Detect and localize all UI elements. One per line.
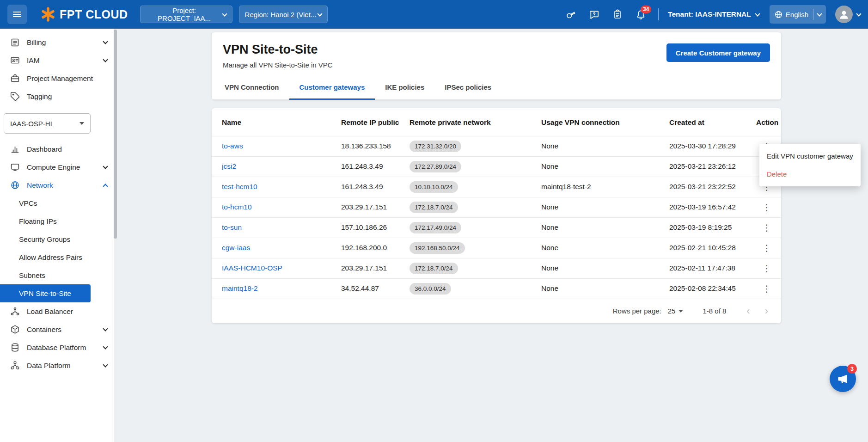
sidebar-item-tagging[interactable]: Tagging <box>0 87 117 105</box>
column-header-remote-ip: Remote IP public <box>337 109 406 136</box>
sidebar-item-network[interactable]: Network <box>0 176 117 194</box>
sidebar-item-project-management[interactable]: Project Management <box>0 69 117 87</box>
tab-vpn-connection[interactable]: VPN Connection <box>214 75 289 99</box>
sidebar-item-label: Floating IPs <box>19 217 57 226</box>
column-header-usage: Usage VPN connection <box>538 109 666 136</box>
sidebar-item-vpn-site-to-site[interactable]: VPN Site-to-Site <box>0 284 91 302</box>
fpt-logo-mark-icon <box>41 7 55 22</box>
chevron-down-icon <box>817 11 822 16</box>
column-header-remote-network: Remote private network <box>406 109 538 136</box>
created-at-cell: 2025-03-21 23:26:12 <box>666 156 752 177</box>
created-at-cell: 2025-02-08 22:34:45 <box>666 278 752 299</box>
usage-vpn-cell: None <box>538 278 666 299</box>
project-selector-label: Project: PROJECT_IAA... <box>146 6 223 22</box>
row-actions-kebab-button[interactable]: ⋮ <box>758 202 776 213</box>
notifications-button[interactable]: 34 <box>636 9 646 20</box>
rows-per-page-label: Rows per page: <box>613 307 661 315</box>
sidebar-item-vpcs[interactable]: VPCs <box>0 194 117 212</box>
tab-customer-gateways[interactable]: Customer gateways <box>289 75 375 99</box>
menu-toggle-button[interactable] <box>7 5 27 24</box>
gateway-name-link[interactable]: test-hcm10 <box>222 183 257 190</box>
sidebar-item-containers[interactable]: Containers <box>0 320 117 338</box>
top-bar: FPT CLOUD Project: PROJECT_IAA... Region… <box>0 0 868 29</box>
remote-ip-cell: 157.10.186.26 <box>337 217 406 238</box>
announcements-fab[interactable]: 3 <box>830 366 856 392</box>
help-chat-button[interactable] <box>589 9 599 20</box>
sidebar-item-compute-engine[interactable]: Compute Engine <box>0 158 117 176</box>
sidebar-item-data-platform[interactable]: Data Platform <box>0 356 117 374</box>
previous-page-button[interactable]: ‹ <box>746 306 750 316</box>
project-selector[interactable]: Project: PROJECT_IAA... <box>140 6 232 23</box>
sidebar-item-billing[interactable]: Billing <box>0 33 117 51</box>
gateway-name-link[interactable]: to-sun <box>222 223 242 231</box>
remote-ip-cell: 203.29.17.151 <box>337 258 406 278</box>
usage-vpn-cell: None <box>538 136 666 156</box>
survey-clipboard-button[interactable] <box>612 9 623 19</box>
gateways-table-card: Name Remote IP public Remote private net… <box>212 108 781 323</box>
table-row: maintq18-2 34.52.44.87 36.0.0.0/24 None … <box>212 278 781 299</box>
sidebar-scrollbar-thumb[interactable] <box>114 30 117 239</box>
gateway-name-link[interactable]: jcsi2 <box>222 162 236 170</box>
menu-item-delete[interactable]: Delete <box>759 165 861 183</box>
data-platform-icon <box>10 361 20 370</box>
sidebar-item-dashboard[interactable]: Dashboard <box>0 140 117 158</box>
chevron-down-icon <box>103 39 108 44</box>
row-actions-kebab-button[interactable]: ⋮ <box>758 283 776 294</box>
gateway-name-link[interactable]: maintq18-2 <box>222 284 258 292</box>
sidebar-item-floating-ips[interactable]: Floating IPs <box>0 212 117 230</box>
dashboard-icon <box>10 144 20 154</box>
gateway-name-link[interactable]: cgw-iaas <box>222 244 250 252</box>
sidebar-scrollbar-track[interactable] <box>114 29 117 442</box>
row-actions-kebab-button[interactable]: ⋮ <box>758 243 776 253</box>
row-actions-kebab-button[interactable]: ⋮ <box>758 263 776 274</box>
header-divider <box>658 8 659 20</box>
rows-per-page-select[interactable]: 25 <box>668 307 684 315</box>
row-actions-kebab-button[interactable]: ⋮ <box>758 222 776 233</box>
sidebar-item-iam[interactable]: IAM <box>0 51 117 69</box>
create-customer-gateway-button[interactable]: Create Customer gateway <box>666 43 770 62</box>
next-page-button[interactable]: › <box>765 306 768 316</box>
page-heading: VPN Site-to-Site Manage all VPN Site-to-… <box>223 43 333 69</box>
remote-ip-cell: 161.248.3.49 <box>337 156 406 177</box>
tab-ipsec-policies[interactable]: IPSec policies <box>434 75 501 99</box>
tenant-selector[interactable]: Tenant: IAAS-INTERNAL <box>668 10 759 18</box>
sidebar-item-label: Compute Engine <box>27 163 97 172</box>
created-at-cell: 2025-02-11 17:47:38 <box>666 258 752 278</box>
sidebar-item-allow-address-pairs[interactable]: Allow Address Pairs <box>0 248 117 266</box>
avatar <box>835 6 853 23</box>
usage-vpn-cell: None <box>538 238 666 258</box>
workspace-select[interactable]: IAAS-OSP-HL <box>4 113 91 134</box>
usage-vpn-cell: maintq18-test-2 <box>538 177 666 197</box>
remote-network-chip: 172.27.89.0/24 <box>410 161 461 172</box>
language-divider <box>813 9 813 20</box>
containers-icon <box>10 325 20 334</box>
sidebar-item-label: Subnets <box>19 271 45 280</box>
chevron-down-icon <box>856 11 861 16</box>
sidebar-item-load-balancer[interactable]: Load Balancer <box>0 302 117 320</box>
sidebar-item-label: Data Platform <box>27 362 97 370</box>
sidebar-item-security-groups[interactable]: Security Groups <box>0 230 117 248</box>
menu-item-edit-vpn-customer-gateway[interactable]: Edit VPN customer gateway <box>759 147 861 165</box>
sidebar-item-subnets[interactable]: Subnets <box>0 266 117 284</box>
fpt-cloud-logo[interactable]: FPT CLOUD <box>41 7 128 22</box>
language-selector[interactable]: English <box>770 5 826 24</box>
table-row: jcsi2 161.248.3.49 172.27.89.0/24 None 2… <box>212 156 781 177</box>
sidebar-item-label: VPCs <box>19 199 37 208</box>
region-selector[interactable]: Region: Hanoi 2 (Viet... <box>239 6 328 23</box>
chevron-down-icon <box>103 164 108 169</box>
chevron-down-icon <box>755 11 760 16</box>
logo-text: FPT CLOUD <box>60 8 128 21</box>
support-whistle-button[interactable] <box>565 9 576 20</box>
remote-ip-cell: 34.52.44.87 <box>337 278 406 299</box>
help-chat-icon <box>589 9 599 20</box>
iam-icon <box>10 55 20 65</box>
user-menu[interactable] <box>835 6 861 23</box>
tab-ike-policies[interactable]: IKE policies <box>375 75 434 99</box>
chevron-down-icon <box>317 11 322 16</box>
sidebar-item-database-platform[interactable]: Database Platform <box>0 338 117 356</box>
gateway-name-link[interactable]: to-aws <box>222 142 243 150</box>
gateway-name-link[interactable]: IAAS-HCM10-OSP <box>222 264 282 272</box>
pagination-range-label: 1-8 of 8 <box>703 307 726 315</box>
created-at-cell: 2025-03-30 17:28:29 <box>666 136 752 156</box>
gateway-name-link[interactable]: to-hcm10 <box>222 203 252 211</box>
